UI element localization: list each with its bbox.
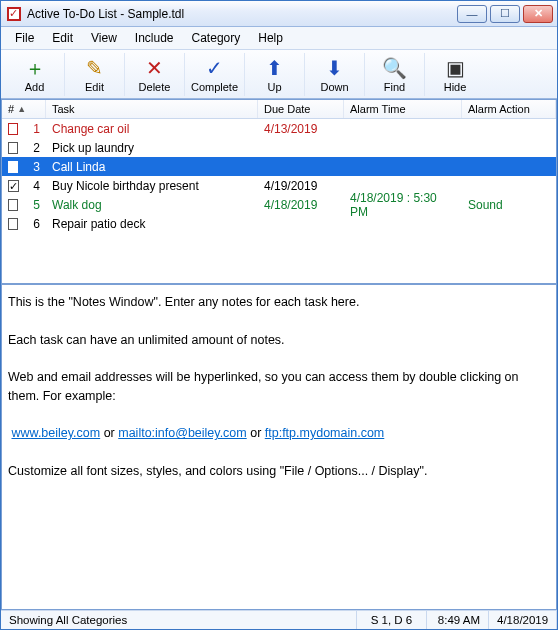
app-icon <box>7 7 21 21</box>
checkbox-icon[interactable] <box>8 161 18 173</box>
edit-icon: ✎ <box>65 55 124 81</box>
task-num: 3 <box>24 160 46 174</box>
menubar: File Edit View Include Category Help <box>1 27 557 50</box>
task-row[interactable]: 2Pick up laundry <box>2 138 556 157</box>
toolbar-label: Down <box>305 81 364 93</box>
up-button[interactable]: ⬆Up <box>245 53 305 96</box>
notes-pane[interactable]: This is the "Notes Window". Enter any no… <box>1 284 557 610</box>
menu-include[interactable]: Include <box>127 29 182 47</box>
toolbar-label: Complete <box>185 81 244 93</box>
edit-button[interactable]: ✎Edit <box>65 53 125 96</box>
find-button[interactable]: 🔍Find <box>365 53 425 96</box>
task-list-pane: #▲ Task Due Date Alarm Time Alarm Action… <box>1 99 557 284</box>
down-button[interactable]: ⬇Down <box>305 53 365 96</box>
toolbar-label: Delete <box>125 81 184 93</box>
hide-button[interactable]: ▣Hide <box>425 53 485 96</box>
delete-icon: ✕ <box>125 55 184 81</box>
column-header-action[interactable]: Alarm Action <box>462 100 556 118</box>
task-name: Walk dog <box>46 198 258 212</box>
checkbox-icon[interactable] <box>8 199 18 211</box>
status-category: Showing All Categories <box>1 611 357 629</box>
notes-links: www.beiley.com or mailto:info@beiley.com… <box>8 424 550 443</box>
statusbar: Showing All Categories S 1, D 6 8:49 AM … <box>1 610 557 629</box>
task-num: 1 <box>24 122 46 136</box>
window-controls: — ☐ ✕ <box>457 5 553 23</box>
column-headers: #▲ Task Due Date Alarm Time Alarm Action <box>2 100 556 119</box>
link-web[interactable]: www.beiley.com <box>11 426 100 440</box>
task-name: Buy Nicole birthday present <box>46 179 258 193</box>
task-row[interactable]: ✓4Buy Nicole birthday present4/19/2019 <box>2 176 556 195</box>
column-header-due[interactable]: Due Date <box>258 100 344 118</box>
down-icon: ⬇ <box>305 55 364 81</box>
checkbox-icon[interactable] <box>8 218 18 230</box>
toolbar-label: Edit <box>65 81 124 93</box>
menu-help[interactable]: Help <box>250 29 291 47</box>
minimize-button[interactable]: — <box>457 5 487 23</box>
close-button[interactable]: ✕ <box>523 5 553 23</box>
task-num: 6 <box>24 217 46 231</box>
notes-line: Web and email addresses will be hyperlin… <box>8 368 550 406</box>
task-due: 4/13/2019 <box>258 122 344 136</box>
up-icon: ⬆ <box>245 55 304 81</box>
task-row[interactable]: 5Walk dog4/18/20194/18/2019 : 5:30 PMSou… <box>2 195 556 214</box>
task-action: Sound <box>462 198 556 212</box>
sort-asc-icon: ▲ <box>17 104 26 114</box>
toolbar-label: Add <box>5 81 64 93</box>
toolbar: ＋Add✎Edit✕Delete✓Complete⬆Up⬇Down🔍Find▣H… <box>1 50 557 99</box>
maximize-button[interactable]: ☐ <box>490 5 520 23</box>
status-counts: S 1, D 6 <box>357 611 427 629</box>
checkbox-icon[interactable]: ✓ <box>8 180 19 192</box>
task-num: 5 <box>24 198 46 212</box>
hide-icon: ▣ <box>425 55 485 81</box>
task-num: 2 <box>24 141 46 155</box>
titlebar[interactable]: Active To-Do List - Sample.tdl — ☐ ✕ <box>1 1 557 27</box>
column-header-num[interactable]: #▲ <box>2 100 46 118</box>
window-title: Active To-Do List - Sample.tdl <box>27 7 457 21</box>
toolbar-label: Find <box>365 81 424 93</box>
toolbar-label: Hide <box>425 81 485 93</box>
notes-line: This is the "Notes Window". Enter any no… <box>8 293 550 312</box>
find-icon: 🔍 <box>365 55 424 81</box>
notes-line: Each task can have an unlimited amount o… <box>8 331 550 350</box>
toolbar-label: Up <box>245 81 304 93</box>
menu-file[interactable]: File <box>7 29 42 47</box>
delete-button[interactable]: ✕Delete <box>125 53 185 96</box>
task-row[interactable]: 1Change car oil4/13/2019 <box>2 119 556 138</box>
status-time: 8:49 AM <box>427 611 489 629</box>
task-name: Pick up laundry <box>46 141 258 155</box>
task-row[interactable]: 6Repair patio deck <box>2 214 556 233</box>
menu-category[interactable]: Category <box>184 29 249 47</box>
task-name: Repair patio deck <box>46 217 258 231</box>
task-due: 4/18/2019 <box>258 198 344 212</box>
status-date: 4/18/2019 <box>489 611 557 629</box>
task-alarm: 4/18/2019 : 5:30 PM <box>344 191 462 219</box>
link-mailto[interactable]: mailto:info@beiley.com <box>118 426 246 440</box>
complete-button[interactable]: ✓Complete <box>185 53 245 96</box>
task-row[interactable]: 3Call Linda <box>2 157 556 176</box>
checkbox-icon[interactable] <box>8 142 18 154</box>
link-ftp[interactable]: ftp:ftp.mydomain.com <box>265 426 385 440</box>
menu-edit[interactable]: Edit <box>44 29 81 47</box>
task-due: 4/19/2019 <box>258 179 344 193</box>
checkbox-icon[interactable] <box>8 123 18 135</box>
column-header-task[interactable]: Task <box>46 100 258 118</box>
task-num: 4 <box>24 179 46 193</box>
task-rows: 1Change car oil4/13/20192Pick up laundry… <box>2 119 556 283</box>
menu-view[interactable]: View <box>83 29 125 47</box>
add-button[interactable]: ＋Add <box>5 53 65 96</box>
complete-icon: ✓ <box>185 55 244 81</box>
column-header-alarm[interactable]: Alarm Time <box>344 100 462 118</box>
task-name: Change car oil <box>46 122 258 136</box>
notes-line: Customize all font sizes, styles, and co… <box>8 462 550 481</box>
task-name: Call Linda <box>46 160 258 174</box>
add-icon: ＋ <box>5 55 64 81</box>
